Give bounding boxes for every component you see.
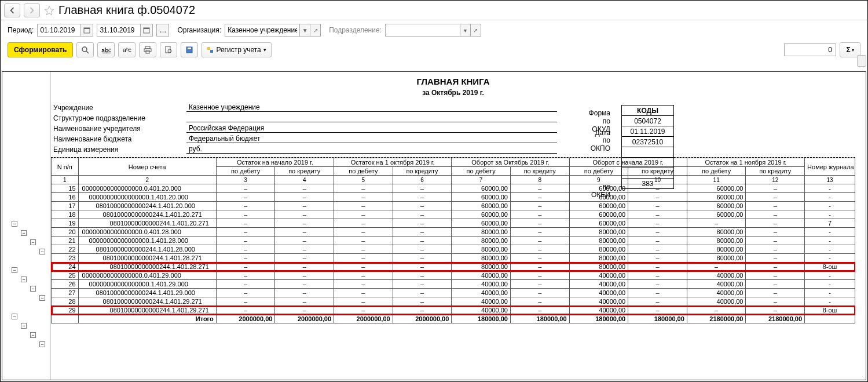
table-row[interactable]: 1808010000000000244.1.401.20.271––––6000… [52, 210, 855, 219]
table-row[interactable]: 2808010000000000244.1.401.29.271––––4000… [52, 297, 855, 306]
cell-journal: - [805, 271, 855, 280]
cell-account: 00000000000000000.0.401.20.000 [78, 184, 216, 193]
tree-toggle[interactable]: − [12, 221, 17, 227]
cell-journal: 7 [805, 219, 855, 228]
tree-toggle[interactable]: − [21, 323, 27, 329]
tree-toggle[interactable]: − [30, 332, 36, 338]
expand-all-button[interactable]: a͟b͟c [97, 42, 115, 57]
cell-account: 00000000000000000.0.401.28.000 [78, 228, 216, 237]
table-row[interactable]: 1908010000000000244.1.401.20.271––––6000… [52, 219, 855, 228]
tree-toggle[interactable]: − [30, 239, 36, 245]
table-row[interactable]: 2708010000000000244.1.401.29.000––––4000… [52, 289, 855, 297]
dept-open-icon[interactable]: ↗ [471, 24, 481, 37]
svg-rect-13 [207, 47, 210, 50]
col-turn-oct: Оборот за Октябрь 2019 г. [452, 158, 569, 167]
page-title: Главная книга ф.0504072 [58, 3, 195, 17]
cell-journal: - [805, 289, 855, 297]
tree-toggle[interactable]: − [39, 249, 45, 254]
tree-toggle[interactable]: − [39, 295, 45, 301]
totals-label: Итого [78, 315, 216, 323]
struct-label: Структурное подразделение [53, 114, 186, 122]
date-to-calendar-icon[interactable] [140, 24, 153, 37]
code-value [622, 168, 674, 179]
colnum: 12 [746, 176, 805, 184]
table-row[interactable]: 2100000000000000000.1.401.28.000––––8000… [52, 237, 855, 245]
code-value: 01.11.2019 [622, 126, 674, 137]
table-row[interactable]: 2600000000000000000.1.401.29.000––––4000… [52, 280, 855, 289]
svg-rect-3 [144, 28, 149, 29]
struct-value [186, 122, 557, 122]
date-to-input[interactable] [97, 24, 140, 37]
cell-journal: - [805, 254, 855, 263]
cell-account: 08010000000000244.1.401.28.271 [78, 254, 216, 263]
cell-journal: - [805, 202, 855, 210]
ledger-table: N п/п Номер счета Остаток на начало 2019… [51, 158, 855, 323]
nav-back-button[interactable] [4, 3, 20, 17]
table-row[interactable]: 2208010000000000244.1.401.28.000––––8000… [52, 245, 855, 254]
totals-row: Итого 2000000,002000000,00 2000000,00200… [52, 315, 855, 323]
colnum: 5 [334, 176, 393, 184]
nav-forward-button[interactable] [24, 3, 40, 17]
favorite-star-icon[interactable] [43, 5, 55, 16]
date-from-calendar-icon[interactable] [80, 24, 93, 37]
table-row[interactable]: 2500000000000000000.0.401.29.000––––4000… [52, 271, 855, 280]
tree-toggle[interactable]: − [30, 286, 36, 292]
svg-line-5 [86, 51, 89, 53]
cell-account: 00000000000000000.1.401.20.000 [78, 193, 216, 202]
tree-toggle[interactable]: − [39, 341, 45, 347]
collapse-all-button[interactable]: aᵇc [118, 42, 135, 57]
table-row[interactable]: 2308010000000000244.1.401.28.271––––8000… [52, 254, 855, 263]
colnum: 11 [687, 176, 746, 184]
unit-label: Единица измерения [53, 145, 186, 154]
cell-journal: - [805, 280, 855, 289]
table-row[interactable]: 2908010000000000244.1.401.29.271––––4000… [52, 306, 855, 315]
side-panel-toggle[interactable] [857, 55, 866, 67]
code-label: Форма по ОКУД [589, 115, 610, 127]
colnum: 2 [78, 176, 216, 184]
cell-account: 08010000000000244.1.401.28.000 [78, 245, 216, 254]
cell-account: 00000000000000000.1.401.29.000 [78, 280, 216, 289]
svg-rect-12 [188, 48, 191, 49]
tree-toggle[interactable]: − [12, 267, 17, 273]
tree-toggle[interactable]: − [21, 230, 27, 236]
cell-npp: 24 [52, 263, 79, 271]
table-row[interactable]: 2000000000000000000.0.401.28.000––––8000… [52, 228, 855, 237]
cell-npp: 22 [52, 245, 79, 254]
registry-dropdown[interactable]: Регистр учета ▾ [202, 42, 271, 57]
period-more-button[interactable]: … [156, 24, 169, 37]
table-row[interactable]: 1708010000000000244.1.401.20.000––––6000… [52, 202, 855, 210]
cell-account: 08010000000000244.1.401.28.271 [78, 263, 216, 271]
numeric-input[interactable] [784, 43, 836, 56]
report-period: за Октябрь 2019 г. [51, 86, 855, 101]
budget-value: Федеральный бюджет [186, 134, 557, 143]
report-title: ГЛАВНАЯ КНИГА [51, 72, 855, 86]
find-button[interactable] [76, 42, 94, 57]
dept-dropdown-icon[interactable]: ▾ [460, 24, 471, 37]
cell-npp: 15 [52, 184, 79, 193]
tree-toggle[interactable]: − [12, 314, 17, 319]
cell-npp: 21 [52, 237, 79, 245]
save-button[interactable] [181, 42, 198, 57]
cell-npp: 26 [52, 280, 79, 289]
cell-account: 08010000000000244.1.401.29.271 [78, 297, 216, 306]
cell-account: 00000000000000000.1.401.28.000 [78, 237, 216, 245]
tree-toggle[interactable]: − [21, 277, 27, 282]
code-value: 02372510 [622, 137, 674, 147]
cell-npp: 20 [52, 228, 79, 237]
org-open-icon[interactable]: ↗ [310, 24, 321, 37]
dept-input[interactable] [385, 24, 460, 37]
org-dropdown-icon[interactable]: ▼ [300, 24, 310, 37]
generate-button[interactable]: Сформировать [8, 42, 73, 57]
preview-button[interactable] [160, 42, 177, 57]
org-input[interactable] [225, 24, 300, 37]
table-row[interactable]: 1500000000000000000.0.401.20.000––––6000… [52, 184, 855, 193]
cell-journal: - [805, 184, 855, 193]
print-button[interactable] [139, 42, 156, 57]
date-from-input[interactable] [37, 24, 80, 37]
table-row[interactable]: 2408010000000000244.1.401.28.271––––8000… [52, 263, 855, 271]
colnum: 1 [52, 176, 79, 184]
cell-journal: 8-ош [805, 306, 855, 315]
cell-journal: - [805, 210, 855, 219]
code-value [622, 147, 674, 158]
table-row[interactable]: 1600000000000000000.1.401.20.000––––6000… [52, 193, 855, 202]
